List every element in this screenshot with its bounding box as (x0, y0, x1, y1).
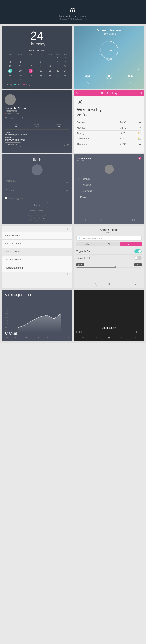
profile-send-icon[interactable]: ✉ (5, 116, 7, 120)
music-pause-btn[interactable]: ▮▮ (106, 72, 112, 79)
calendar-day-cell[interactable]: 16 (61, 64, 69, 68)
calendar-day-cell[interactable] (46, 78, 54, 82)
calendar-day-cell[interactable] (5, 56, 15, 60)
calendar-day-cell[interactable]: 13 (36, 64, 46, 68)
calendar-day-cell[interactable] (36, 56, 46, 60)
music-repeat-icon[interactable]: ↻ (137, 68, 140, 70)
calendar-day-cell[interactable]: 4 (36, 78, 46, 82)
follow-me-button[interactable]: Follow Me (5, 142, 21, 147)
range-thumb[interactable] (114, 266, 117, 268)
calendar-day-cell[interactable]: 26 (25, 74, 36, 78)
calendar-day-cell[interactable]: 24 (5, 74, 15, 78)
music-share-icon[interactable]: ☺ (129, 82, 132, 85)
profile-mobile-icon[interactable]: ☏ (10, 116, 13, 120)
calendar-day-cell[interactable]: 23 (61, 68, 69, 74)
calendar-day-cell[interactable]: 15 (54, 64, 61, 68)
calendar-day-cell[interactable]: 2 (15, 78, 25, 82)
tab-all[interactable]: All (98, 242, 120, 246)
calendar-day-cell[interactable]: 11 (15, 64, 25, 68)
calendar-day-cell[interactable]: 2 (61, 56, 69, 60)
calendar-day-cell[interactable]: 22 (54, 68, 61, 74)
forgot-password-link[interactable]: Forget password? (29, 210, 44, 212)
list-scroll-down[interactable]: ⇩ (2, 272, 72, 277)
calendar-day-cell[interactable]: 30 (61, 74, 69, 78)
menu-lock-icon[interactable]: ☒ (132, 218, 135, 222)
calendar-day-cell[interactable]: 19 (25, 68, 36, 74)
calendar-day-cell[interactable]: 27 (36, 74, 46, 78)
calendar-day-cell[interactable]: 8 (54, 60, 61, 64)
music-playlist-icon[interactable]: ☑ (108, 82, 110, 85)
toggle-on-switch[interactable] (134, 249, 142, 253)
menu-item[interactable]: ☰Comments (77, 188, 141, 194)
profile-photo-icon[interactable]: ☐ (16, 116, 18, 120)
music-shuffle-icon[interactable]: ⇌ (79, 68, 81, 70)
moon-icon[interactable]: ☾ (120, 282, 123, 286)
social-facebook-icon[interactable]: f (61, 143, 62, 146)
calendar-day-cell[interactable] (46, 56, 54, 60)
keep-logged-checkbox[interactable] (5, 197, 7, 199)
calendar-day-cell[interactable]: 1 (54, 56, 61, 60)
calendar-day-cell[interactable] (54, 78, 61, 82)
tab-today[interactable]: Today (76, 242, 98, 246)
calendar-day-cell[interactable]: 10 (5, 64, 15, 68)
video-progress-bar[interactable] (84, 332, 134, 332)
list-item[interactable]: Alexandra Simon (2, 264, 72, 272)
menu-item[interactable]: ℹProfile (77, 194, 141, 200)
calendar-day-cell[interactable]: 4 (15, 60, 25, 64)
weather-close-icon[interactable]: ✕ (140, 92, 142, 94)
calendar-day-cell[interactable]: 29 (54, 74, 61, 78)
calendar-day-cell[interactable]: 20 (36, 68, 46, 74)
calendar-day-cell[interactable]: 3 (5, 60, 15, 64)
menu-item[interactable]: ♡Favorites (77, 182, 141, 188)
list-item[interactable]: Jackson Turner (2, 240, 72, 248)
calendar-day-cell[interactable]: 7 (46, 60, 54, 64)
menu-settings-icon[interactable]: ☰ (116, 218, 119, 222)
tab-missed[interactable]: Missed (121, 242, 142, 246)
video-prev-btn[interactable]: ◾ (81, 336, 85, 339)
music-next-btn[interactable]: ▶▶ (128, 74, 134, 78)
menu-bell-icon[interactable]: ✉ (83, 218, 86, 222)
username-input[interactable] (5, 178, 69, 184)
calendar-prev-arrow[interactable]: ‹ (5, 48, 6, 52)
list-item[interactable]: Adam Hawkins (2, 248, 72, 256)
social-twitter-icon[interactable]: t (64, 143, 65, 146)
calendar-day-cell[interactable]: 18 (15, 68, 25, 74)
menu-share-icon[interactable]: ✎ (100, 218, 102, 222)
calendar-day-cell[interactable] (61, 78, 69, 82)
video-next-btn[interactable]: ◾ (134, 336, 137, 339)
calendar-day-cell[interactable]: 14 (46, 64, 54, 68)
music-prev-btn[interactable]: ◀◀ (85, 74, 90, 78)
calendar-day-cell[interactable]: 25 (15, 74, 25, 78)
calendar-day-cell[interactable] (15, 56, 25, 60)
signin-button[interactable]: Sign In (26, 202, 48, 208)
calendar-day-cell[interactable] (25, 56, 36, 60)
menu-item[interactable]: ⚙Settings (77, 176, 141, 182)
calendar-day-cell[interactable]: 12 (25, 64, 36, 68)
social-twitter-btn[interactable]: t (34, 215, 40, 221)
bluetooth-icon[interactable]: B (108, 282, 110, 286)
calendar-next-arrow[interactable]: › (68, 48, 69, 52)
video-forward-btn[interactable]: ◾ (120, 336, 124, 339)
toggle-off-switch[interactable] (134, 256, 142, 260)
profile-bookmark-icon[interactable]: ⚑ (21, 116, 23, 120)
social-gplus-icon[interactable]: g+ (66, 143, 69, 146)
video-rewind-btn[interactable]: ◾ (95, 336, 98, 339)
calendar-day-cell[interactable]: 9 (61, 60, 69, 64)
options-search-bar[interactable]: 🔍 http://www.elgendy.me (76, 236, 142, 240)
calendar-day-cell[interactable]: 3 (25, 78, 36, 82)
calendar-day-cell[interactable]: 28 (46, 74, 54, 78)
calendar-day-cell[interactable]: 1 (5, 78, 15, 82)
star-icon[interactable]: ★ (134, 282, 137, 286)
range-bar[interactable] (76, 267, 142, 268)
password-input[interactable] (5, 188, 69, 193)
list-scroll-up[interactable]: ⇧ (2, 226, 72, 232)
list-item[interactable]: Jesus Wagner (2, 232, 72, 240)
calendar-day-cell[interactable]: 5 (25, 60, 36, 64)
wifi-icon[interactable]: ◌ (95, 282, 98, 286)
calendar-day-cell[interactable]: 6 (36, 60, 46, 64)
video-play-btn[interactable]: ▶ (108, 336, 110, 339)
social-gplus-btn[interactable]: g+ (42, 215, 47, 221)
social-facebook-btn[interactable]: f (27, 215, 32, 221)
list-item[interactable]: Adrian Schwartz (2, 256, 72, 264)
music-like-icon[interactable]: ☺ (86, 82, 89, 85)
